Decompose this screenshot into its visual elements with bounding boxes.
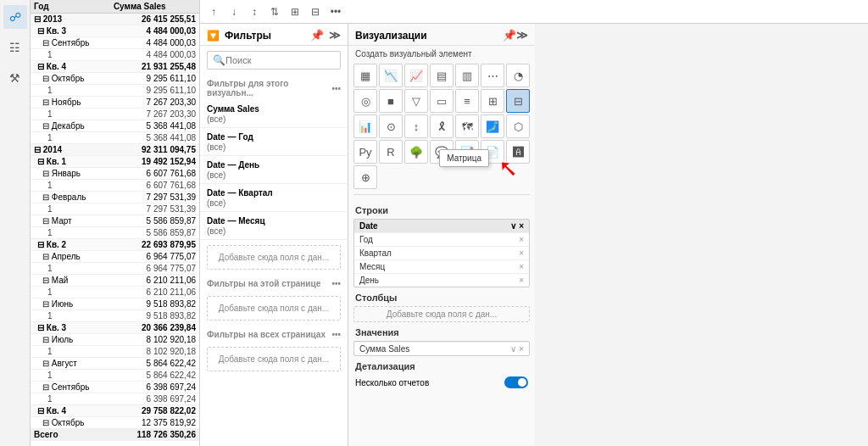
scatter-btn[interactable]: ⋯ <box>481 64 504 87</box>
table-row[interactable]: ⊟ Май6 210 211,06 <box>31 275 199 287</box>
viz-row-field-item[interactable]: Год× <box>354 232 529 246</box>
sort-asc-btn[interactable]: ↑ <box>205 3 222 20</box>
table-row[interactable]: ⊟ Кв. 34 484 000,03 <box>31 25 199 37</box>
sort-desc-btn[interactable]: ↓ <box>225 3 242 20</box>
multi-row-card-btn[interactable]: ≡ <box>455 89 479 113</box>
smart-narrative-btn[interactable]: 📝 <box>455 140 479 164</box>
area-chart-btn[interactable]: 📈 <box>404 64 428 87</box>
table-row[interactable]: Всего118 726 350,26 <box>31 429 199 441</box>
table-row[interactable]: 18 102 920,18 <box>31 346 199 358</box>
filter-item[interactable]: Сумма Sales(все) <box>200 100 348 128</box>
table-row[interactable]: 17 297 531,39 <box>31 203 199 215</box>
table-row[interactable]: ⊟ Январь6 607 761,68 <box>31 168 199 180</box>
viz-row-field-remove[interactable]: × <box>519 276 524 285</box>
treemap-btn[interactable]: ■ <box>379 89 403 113</box>
100pct-bar-btn[interactable]: ▥ <box>455 64 479 87</box>
table-row[interactable]: ⊟ Июль8 102 920,18 <box>31 334 199 346</box>
line-chart-btn[interactable]: 📉 <box>379 64 403 87</box>
filter-item[interactable]: Date — Месяц(все) <box>200 212 348 240</box>
filter-item[interactable]: Date — Год(все) <box>200 128 348 156</box>
table-row[interactable]: ⊟ Апрель6 964 775,07 <box>31 251 199 263</box>
donut-btn[interactable]: ◎ <box>353 89 377 113</box>
bar-chart-btn[interactable]: ▦ <box>353 64 377 87</box>
table-row[interactable]: 15 368 441,08 <box>31 132 199 144</box>
sort-both-btn[interactable]: ↕ <box>246 3 263 20</box>
viz-expand-icon[interactable]: ≫ <box>516 29 528 42</box>
table-row[interactable]: ⊟ Сентябрь6 398 697,24 <box>31 382 199 393</box>
r-script-btn[interactable]: R <box>379 140 403 164</box>
shape-map-btn[interactable]: ⬡ <box>506 114 530 138</box>
filter-item[interactable]: Date — День(все) <box>200 156 348 184</box>
table-row[interactable]: ⊟ Декабрь5 368 441,08 <box>31 120 199 132</box>
viz-row-collapse[interactable]: ∨ × <box>510 221 524 231</box>
col-header-year[interactable]: Год <box>31 0 110 14</box>
ribbon-btn[interactable]: 🎗 <box>430 114 453 138</box>
group-btn[interactable]: ⇅ <box>266 3 283 20</box>
table-row[interactable]: 15 864 622,42 <box>31 370 199 382</box>
expand-btn[interactable]: ⊞ <box>287 3 303 20</box>
funnel-btn[interactable]: ▽ <box>404 89 428 113</box>
report-nav-icon[interactable]: ☍ <box>3 5 27 29</box>
kpi-btn[interactable]: 📊 <box>353 114 377 138</box>
filter-pin-icon[interactable]: 📌 <box>310 29 324 42</box>
filter-search-box[interactable]: 🔍 <box>207 51 341 70</box>
table-row[interactable]: ⊟ Кв. 222 693 879,95 <box>31 239 199 251</box>
table-row[interactable]: ⊟ Октябрь9 295 611,10 <box>31 73 199 85</box>
table-row[interactable]: ⊟ Август5 864 622,42 <box>31 358 199 370</box>
viz-row-field-remove[interactable]: × <box>519 248 524 258</box>
model-nav-icon[interactable]: ⚒ <box>3 66 27 90</box>
filter-expand-icon[interactable]: ≫ <box>329 29 341 42</box>
stacked-bar-btn[interactable]: ▤ <box>430 64 453 87</box>
table-row[interactable]: 16 398 697,24 <box>31 393 199 405</box>
filter-item[interactable]: Date — Квартал(все) <box>200 184 348 212</box>
viz-row-field-item[interactable]: Квартал× <box>354 246 529 259</box>
collapse-btn[interactable]: ⊟ <box>307 3 324 20</box>
viz-value-remove[interactable]: ∨ × <box>510 344 524 354</box>
filter-section-more[interactable]: ••• <box>331 84 341 93</box>
table-row[interactable]: ⊟ Кв. 119 492 152,94 <box>31 156 199 168</box>
table-row[interactable]: 19 295 611,10 <box>31 85 199 97</box>
qa-btn[interactable]: 💬 <box>430 140 453 164</box>
col-header-sales[interactable]: Сумма Sales <box>110 0 199 14</box>
table-row[interactable]: 16 607 761,68 <box>31 180 199 192</box>
table-row[interactable]: 19 518 893,82 <box>31 310 199 322</box>
table-row[interactable]: ⊟ Кв. 320 366 239,84 <box>31 322 199 334</box>
viz-row-field-item[interactable]: Месяц× <box>354 259 529 273</box>
python-btn[interactable]: Py <box>353 140 377 164</box>
table-row[interactable]: ⊟ Март5 586 859,87 <box>31 215 199 227</box>
filter-all-more[interactable]: ••• <box>331 330 341 339</box>
table-row[interactable]: ⊟ Ноябрь7 267 203,30 <box>31 97 199 109</box>
filter-add-all[interactable]: Добавьте сюда поля с дан... <box>207 347 341 371</box>
table-row[interactable]: 16 210 211,06 <box>31 287 199 298</box>
table-row[interactable]: 16 964 775,07 <box>31 263 199 275</box>
table-row[interactable]: ⊟ Кв. 421 931 255,48 <box>31 61 199 73</box>
table-row[interactable]: 17 267 203,30 <box>31 109 199 120</box>
table-row[interactable]: ⊟ Июнь9 518 893,82 <box>31 298 199 310</box>
more-btn[interactable]: ⊕ <box>353 165 377 189</box>
table-row[interactable]: ⊟ Октябрь12 375 819,92 <box>31 417 199 429</box>
matrix-btn[interactable]: ⊟ <box>506 89 530 113</box>
table-row[interactable]: ⊟ Кв. 429 758 822,02 <box>31 405 199 417</box>
viz-row-field-item[interactable]: День× <box>354 273 529 287</box>
viz-pin-icon[interactable]: 📌 <box>503 29 516 42</box>
viz-row-field-remove[interactable]: × <box>519 235 524 244</box>
decomp-tree-btn[interactable]: 🌳 <box>404 140 428 164</box>
table-row[interactable]: 15 586 859,87 <box>31 227 199 239</box>
filter-page-more[interactable]: ••• <box>331 279 341 288</box>
viz-row-field-remove[interactable]: × <box>519 262 524 271</box>
table-btn[interactable]: ⊞ <box>481 89 504 113</box>
table-row[interactable]: ⊟ Сентябрь4 484 000,03 <box>31 37 199 49</box>
data-nav-icon[interactable]: ☷ <box>3 36 27 59</box>
viz-add-cols[interactable]: Добавьте сюда поля с дан... <box>353 306 530 322</box>
more-btn[interactable]: ••• <box>327 3 344 20</box>
filter-add-page[interactable]: Добавьте сюда поля с дан... <box>207 296 341 321</box>
table-row[interactable]: 14 484 000,03 <box>31 49 199 61</box>
card-btn[interactable]: ▭ <box>430 89 453 113</box>
waterfall-btn[interactable]: ↕ <box>404 114 428 138</box>
pie-btn[interactable]: ◔ <box>506 64 530 87</box>
table-row[interactable]: ⊟ 201492 311 094,75 <box>31 144 199 156</box>
viz-detail-toggle[interactable] <box>504 376 528 388</box>
viz-value-item[interactable]: Сумма Sales ∨ × <box>354 342 529 355</box>
filter-add-visual[interactable]: Добавьте сюда поля с дан... <box>207 245 341 270</box>
gauge-btn[interactable]: ⊙ <box>379 114 403 138</box>
